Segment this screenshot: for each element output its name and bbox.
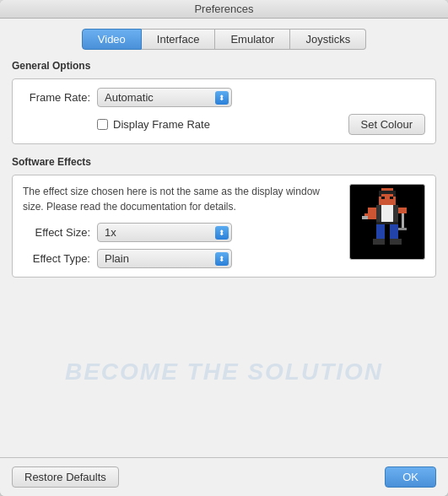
svg-rect-16: [398, 208, 407, 213]
general-options-title: General Options: [12, 60, 436, 72]
tab-joysticks[interactable]: Joysticks: [290, 29, 366, 50]
software-effects-title: Software Effects: [12, 156, 436, 168]
tab-video[interactable]: Video: [82, 29, 142, 50]
effect-size-select[interactable]: 1x 2x 3x 4x: [97, 223, 232, 242]
display-frame-rate-checkbox[interactable]: [97, 119, 108, 130]
watermark: Become The Solution: [12, 286, 436, 457]
frame-rate-row: Frame Rate: Automatic 50 Hz 60 Hz ⬍: [23, 88, 425, 107]
svg-rect-1: [381, 188, 392, 191]
sprite-svg: [354, 188, 421, 256]
svg-rect-3: [379, 194, 381, 197]
svg-rect-12: [390, 224, 398, 239]
svg-rect-18: [398, 228, 407, 230]
svg-rect-2: [379, 191, 396, 193]
software-inner: The effect size chosen here is not the s…: [23, 184, 425, 268]
effect-size-label: Effect Size:: [23, 226, 90, 239]
display-frame-rate-row: Display Frame Rate Set Colour: [23, 114, 425, 135]
sprite-preview: [349, 184, 425, 260]
svg-rect-15: [368, 208, 376, 213]
ok-button[interactable]: OK: [385, 466, 436, 488]
svg-rect-20: [362, 216, 368, 218]
set-colour-button[interactable]: Set Colour: [348, 114, 425, 135]
effect-size-select-wrapper: 1x 2x 3x 4x ⬍: [97, 223, 232, 242]
svg-rect-9: [393, 205, 399, 222]
effect-type-row: Effect Type: Plain Scale2x Scale3x ⬍: [23, 249, 339, 268]
tab-interface[interactable]: Interface: [142, 29, 216, 50]
bottom-bar: Restore Defaults OK: [0, 457, 448, 496]
svg-rect-11: [376, 224, 385, 239]
frame-rate-label: Frame Rate:: [23, 91, 90, 104]
svg-rect-10: [376, 222, 399, 224]
software-effects-box: The effect size chosen here is not the s…: [12, 175, 436, 278]
tab-bar: Video Interface Emulator Joysticks: [12, 29, 436, 50]
software-effects-section: Software Effects The effect size chosen …: [12, 156, 436, 278]
frame-rate-select[interactable]: Automatic 50 Hz 60 Hz: [97, 88, 232, 107]
svg-rect-14: [390, 239, 401, 245]
tab-emulator[interactable]: Emulator: [215, 29, 290, 50]
svg-rect-4: [393, 194, 396, 197]
effect-size-row: Effect Size: 1x 2x 3x 4x ⬍: [23, 223, 339, 242]
window-title: Preferences: [194, 3, 253, 15]
display-frame-rate-checkbox-row: Display Frame Rate: [97, 118, 210, 131]
preferences-window: Preferences Video Interface Emulator Joy…: [0, 0, 448, 496]
effect-type-label: Effect Type:: [23, 252, 90, 265]
svg-rect-6: [390, 197, 392, 199]
frame-rate-select-wrapper: Automatic 50 Hz 60 Hz ⬍: [97, 88, 232, 107]
effect-type-select-wrapper: Plain Scale2x Scale3x ⬍: [97, 249, 232, 268]
content-area: Video Interface Emulator Joysticks Gener…: [0, 19, 448, 457]
title-bar: Preferences: [0, 0, 448, 19]
svg-rect-13: [373, 239, 384, 245]
software-info-text: The effect size chosen here is not the s…: [23, 184, 339, 214]
display-frame-rate-label: Display Frame Rate: [113, 118, 210, 131]
svg-rect-5: [381, 197, 384, 199]
restore-defaults-button[interactable]: Restore Defaults: [12, 466, 119, 488]
svg-rect-8: [376, 205, 382, 222]
effect-type-select[interactable]: Plain Scale2x Scale3x: [97, 249, 232, 268]
general-options-box: Frame Rate: Automatic 50 Hz 60 Hz ⬍: [12, 78, 436, 144]
software-left: The effect size chosen here is not the s…: [23, 184, 339, 268]
general-options-section: General Options Frame Rate: Automatic 50…: [12, 60, 436, 144]
